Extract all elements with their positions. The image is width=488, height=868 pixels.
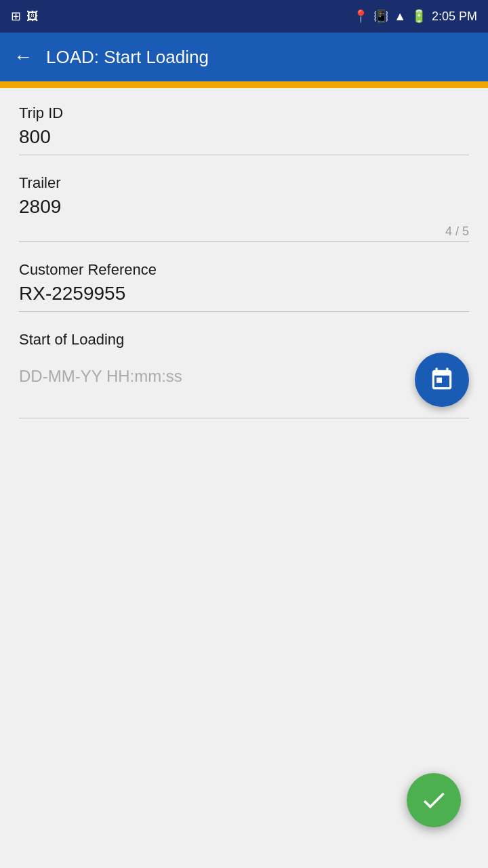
accent-bar bbox=[0, 81, 488, 88]
trip-id-value: 800 bbox=[19, 126, 469, 148]
image-icon: 🖼 bbox=[26, 9, 39, 24]
trailer-value-row: 2809 bbox=[19, 196, 469, 224]
customer-ref-section: Customer Reference RX-2259955 bbox=[19, 245, 469, 312]
battery-icon: 🔋 bbox=[411, 9, 426, 24]
calendar-button[interactable] bbox=[415, 353, 469, 407]
date-field-row: DD-MM-YY HH:mm:ss bbox=[19, 353, 469, 418]
trailer-section: Trailer 2809 4 / 5 bbox=[19, 158, 469, 242]
trailer-value: 2809 bbox=[19, 196, 61, 218]
vibrate-icon: 📳 bbox=[373, 9, 388, 24]
status-bar: ⊞ 🖼 📍 📳 ▲ 🔋 2:05 PM bbox=[0, 0, 488, 33]
barcode-icon: ⊞ bbox=[11, 9, 21, 24]
status-time: 2:05 PM bbox=[432, 9, 477, 24]
confirm-fab-button[interactable] bbox=[407, 773, 461, 827]
trip-id-label: Trip ID bbox=[19, 104, 469, 122]
wifi-icon: ▲ bbox=[394, 9, 406, 24]
status-bar-left: ⊞ 🖼 bbox=[11, 9, 39, 24]
back-button[interactable]: ← bbox=[14, 47, 33, 66]
start-loading-label: Start of Loading bbox=[19, 331, 469, 349]
customer-ref-value: RX-2259955 bbox=[19, 283, 469, 304]
calendar-icon bbox=[429, 367, 455, 393]
trip-id-divider bbox=[19, 155, 469, 155]
start-loading-placeholder[interactable]: DD-MM-YY HH:mm:ss bbox=[19, 367, 182, 386]
app-bar-title: LOAD: Start Loading bbox=[46, 47, 209, 68]
trailer-label: Trailer bbox=[19, 174, 469, 192]
check-icon bbox=[420, 786, 448, 814]
status-bar-right: 📍 📳 ▲ 🔋 2:05 PM bbox=[353, 9, 477, 24]
content-area: Trip ID 800 Trailer 2809 4 / 5 Customer … bbox=[0, 88, 488, 418]
trailer-divider bbox=[19, 241, 469, 242]
app-bar: ← LOAD: Start Loading bbox=[0, 33, 488, 81]
start-loading-section: Start of Loading DD-MM-YY HH:mm:ss bbox=[19, 315, 469, 418]
customer-ref-label: Customer Reference bbox=[19, 261, 469, 279]
trip-id-section: Trip ID 800 bbox=[19, 88, 469, 155]
location-icon: 📍 bbox=[353, 9, 368, 24]
customer-ref-divider bbox=[19, 311, 469, 312]
start-loading-divider bbox=[19, 418, 469, 418]
trailer-char-counter: 4 / 5 bbox=[19, 224, 469, 239]
